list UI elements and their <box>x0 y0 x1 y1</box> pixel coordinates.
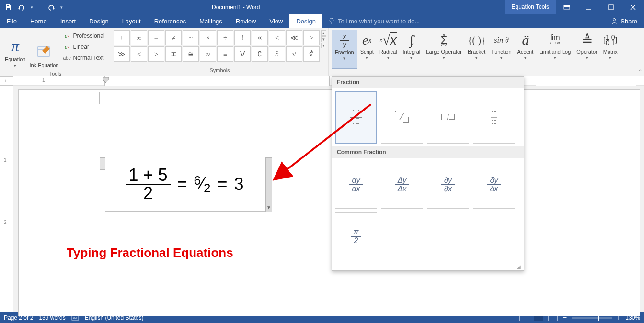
collapse-ribbon-icon[interactable]: ⌃ <box>638 69 642 74</box>
document-page[interactable]: 1 + 5 2 = 6⁄2 = 3 ▼ Typing Fractional Eq… <box>18 89 640 316</box>
equation-fraction: 1 + 5 2 <box>126 167 170 202</box>
chevron-down-icon: ▾ <box>410 56 413 60</box>
ribbon-display-options-icon[interactable] <box>556 0 578 14</box>
symbol-cell[interactable]: ∂ <box>269 46 285 62</box>
symbols-scroll-down[interactable]: ▾ <box>321 36 326 42</box>
accent-icon: ä <box>522 32 529 49</box>
professional-label: Professional <box>73 33 105 39</box>
symbol-cell[interactable]: ∛ <box>303 46 320 62</box>
bracket-button[interactable]: {( )} Bracket ▾ <box>465 30 489 69</box>
tab-view[interactable]: View <box>263 14 289 28</box>
tab-selector[interactable]: ∟ <box>0 76 13 86</box>
gallery-header-fraction: Fraction <box>332 77 524 88</box>
tell-me-search[interactable]: Tell me what you want to do... <box>322 14 604 28</box>
symbol-cell[interactable]: ≈ <box>200 46 216 62</box>
operator-button[interactable]: ≜ Operator ▾ <box>574 30 600 69</box>
zoom-slider[interactable] <box>572 317 612 319</box>
fraction-label: Fraction <box>335 49 354 55</box>
symbol-cell[interactable]: < <box>269 30 285 45</box>
symbol-cell[interactable]: ≫ <box>114 46 130 62</box>
chevron-down-icon: ▾ <box>500 56 503 60</box>
close-icon[interactable] <box>622 0 644 14</box>
symbol-cell[interactable]: ∞ <box>131 30 147 45</box>
undo-caret-icon[interactable]: ▾ <box>31 5 33 10</box>
ribbon: π Equation ▾ Ink Equation ex Professiona… <box>0 28 644 76</box>
symbol-cell[interactable]: ! <box>234 30 251 45</box>
integral-button[interactable]: ∫x-x Integral ▾ <box>400 30 424 69</box>
symbol-cell[interactable]: ÷ <box>217 30 233 45</box>
ribbon-tabs: File Home Insert Design Layout Reference… <box>0 14 644 28</box>
accent-button[interactable]: ä Accent ▾ <box>515 30 537 69</box>
large-operator-button[interactable]: nΣi=0 Large Operator ▾ <box>423 30 465 69</box>
ink-equation-button[interactable]: Ink Equation <box>27 30 60 69</box>
maximize-icon[interactable] <box>600 0 622 14</box>
symbol-cell[interactable]: ∀ <box>234 46 251 62</box>
ribbon-group-symbols: ±∞=≠~×÷!∝<≪> ≫≤≥∓≅≈≡∀∁∂√∛ ▴ ▾ ▾ Symbols <box>111 28 329 76</box>
indent-marker-icon[interactable] <box>103 77 109 85</box>
equation-move-handle[interactable] <box>100 157 105 170</box>
symbol-cell[interactable]: ∓ <box>165 46 182 62</box>
chevron-down-icon: ▾ <box>554 56 556 60</box>
tab-file[interactable]: File <box>0 14 23 28</box>
tab-references[interactable]: References <box>148 14 193 28</box>
professional-button[interactable]: ex Professional <box>61 31 107 41</box>
share-button[interactable]: Share <box>604 14 644 28</box>
symbol-cell[interactable]: > <box>303 30 320 45</box>
tab-insert[interactable]: Insert <box>54 14 83 28</box>
symbol-cell[interactable]: ∁ <box>252 46 268 62</box>
fraction-tile-skewed[interactable]: ∕ <box>381 91 423 144</box>
fraction-tile-dy-dx[interactable]: dydx <box>335 161 377 209</box>
fraction-tile-stacked[interactable] <box>335 91 377 144</box>
normal-text-button[interactable]: abc Normal Text <box>61 53 107 63</box>
linear-button[interactable]: ex Linear <box>61 42 107 52</box>
symbol-cell[interactable]: ~ <box>183 30 199 45</box>
script-button[interactable]: ex Script ▾ <box>357 30 377 69</box>
tab-design[interactable]: Design <box>82 14 115 28</box>
window-controls <box>556 0 644 14</box>
contextual-tab-label: Equation Tools <box>505 0 556 14</box>
equation-container[interactable]: 1 + 5 2 = 6⁄2 = 3 ▼ <box>105 157 266 212</box>
tab-mailings[interactable]: Mailings <box>193 14 229 28</box>
horizontal-ruler[interactable]: 1 1 2 3 7 <box>13 76 644 85</box>
undo-icon[interactable] <box>17 3 26 11</box>
vertical-ruler[interactable]: 1 2 <box>0 86 13 312</box>
redo-icon[interactable] <box>47 3 56 11</box>
tab-layout[interactable]: Layout <box>115 14 148 28</box>
symbol-cell[interactable]: ± <box>114 30 130 45</box>
fraction-tile-partial-y-x[interactable]: ∂y∂x <box>427 161 469 209</box>
tab-review[interactable]: Review <box>229 14 263 28</box>
equation-options-dropdown[interactable]: ▼ <box>265 157 272 212</box>
symbols-scroll-up[interactable]: ▴ <box>321 30 326 36</box>
matrix-button[interactable]: [1 00 1] Matrix ▾ <box>600 30 621 69</box>
svg-marker-13 <box>103 77 109 83</box>
function-button[interactable]: sin θ Function ▾ <box>488 30 514 69</box>
fraction-button[interactable]: xy Fraction ▾ <box>332 30 357 69</box>
gallery-resize-grip[interactable]: ◢ <box>332 263 524 270</box>
symbol-cell[interactable]: × <box>200 30 216 45</box>
fraction-tile-delta-y-x[interactable]: ΔyΔx <box>381 161 423 209</box>
symbol-cell[interactable]: ∝ <box>252 30 268 45</box>
symbol-cell[interactable]: ≅ <box>183 46 199 62</box>
symbol-cell[interactable]: ≤ <box>131 46 147 62</box>
gallery-header-common: Common Fraction <box>332 146 524 158</box>
fraction-tile-small[interactable] <box>473 91 515 144</box>
fraction-tile-pi-2[interactable]: π2 <box>335 212 377 260</box>
limit-log-button[interactable]: limn→∞ Limit and Log ▾ <box>536 30 574 69</box>
symbol-cell[interactable]: √ <box>286 46 302 62</box>
equation-button[interactable]: π Equation ▾ <box>3 30 27 69</box>
tab-home[interactable]: Home <box>23 14 54 28</box>
symbol-cell[interactable]: ≠ <box>165 30 182 45</box>
symbol-cell[interactable]: = <box>148 30 164 45</box>
fraction-tile-deltasmall-y-x[interactable]: δyδx <box>473 161 515 209</box>
fraction-tile-linear[interactable]: / <box>427 91 469 144</box>
large-operator-label: Large Operator <box>426 49 462 55</box>
save-icon[interactable] <box>4 3 12 11</box>
symbols-more[interactable]: ▾ <box>321 43 326 48</box>
svg-rect-0 <box>7 5 9 6</box>
symbol-cell[interactable]: ≡ <box>217 46 233 62</box>
symbol-cell[interactable]: ≥ <box>148 46 164 62</box>
tab-equation-design[interactable]: Design <box>289 14 322 28</box>
symbol-cell[interactable]: ≪ <box>286 30 302 45</box>
radical-button[interactable]: n√x Radical ▾ <box>377 30 400 69</box>
minimize-icon[interactable] <box>578 0 600 14</box>
